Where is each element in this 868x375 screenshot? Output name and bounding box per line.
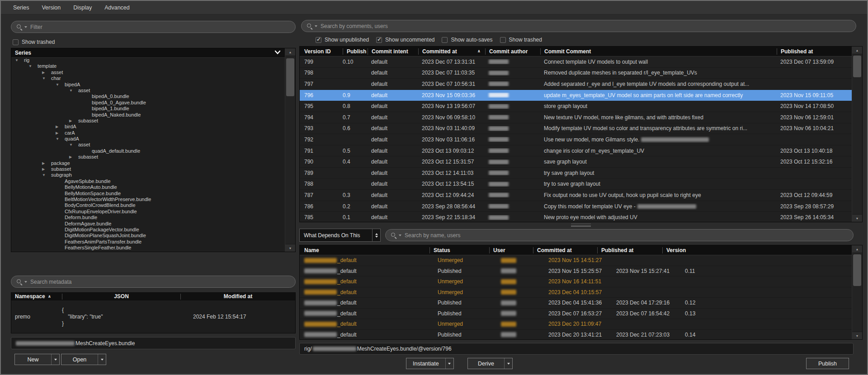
spinner-arrows-icon[interactable] [372,229,380,241]
tree-row[interactable]: AgaveSplube.bundle [11,178,285,184]
open-button[interactable]: Open [61,354,106,365]
new-dropdown-caret-icon[interactable] [51,354,59,365]
filter-checkbox-show-auto-saves[interactable]: Show auto-saves [442,37,492,43]
scroll-up-icon[interactable]: ▲ [285,48,295,56]
version-row[interactable]: 798default2023 Dec 07 11:03:35Removed du… [300,68,852,79]
depends-row[interactable]: _defaultUnmerged2023 Nov 16 14:11:51 [300,277,852,287]
column-header-committed-at[interactable]: Committed at∧ [418,48,485,55]
column-header-published-at[interactable]: Published at [597,247,662,253]
version-row[interactable]: 7860.2default2023 Sep 28 08:56:44Copy th… [300,201,852,212]
column-header-version[interactable]: Version [662,247,852,253]
tree-row[interactable]: bipedA_0.bundle [11,94,285,99]
tree-row[interactable]: ▼char [11,75,285,81]
scrollbar-thumb[interactable] [286,58,294,96]
depends-mode-select[interactable]: What Depends On This [299,229,381,242]
tree-row[interactable]: bipedA_1.bundle [11,106,285,112]
derive-button[interactable]: Derive [467,358,513,369]
tree-row[interactable]: FloatCrankRotation.bundle [11,251,285,252]
tree-expanded-icon[interactable]: ▼ [15,57,19,63]
version-row[interactable]: 7950.8default2023 Nov 13 19:56:07store g… [300,101,852,112]
filter-checkbox-show-uncommented[interactable]: Show uncommented [376,37,434,43]
tree-row[interactable]: ▼subgraph [11,172,285,178]
tree-row[interactable]: ▼asset [11,88,285,94]
splitter-handle[interactable] [571,224,591,225]
depends-row[interactable]: _defaultUnmerged2023 Dec 04 10:15:57 [300,287,852,298]
tree-row[interactable]: ▼bipedA [11,82,285,88]
scrollbar-thumb[interactable] [853,254,861,286]
depends-row[interactable]: _defaultUnmerged2023 Nov 15 14:51:27 [300,255,852,266]
version-row[interactable]: 7990.10default2023 Dec 07 13:31:31Connec… [300,56,852,68]
tree-expanded-icon[interactable]: ▼ [69,88,73,94]
column-header-namespace[interactable]: Namespace ∧ [11,294,62,300]
tree-row[interactable]: ▶birdA [11,124,285,130]
tree-row[interactable]: ▶subasset [11,118,285,124]
tree-collapsed-icon[interactable]: ▶ [56,124,58,130]
scroll-down-icon[interactable]: ▼ [852,332,862,339]
tree-row[interactable]: ▼template [11,63,285,69]
column-header-commit-author[interactable]: Commit author [485,48,540,55]
tree-row[interactable]: ▶subasset [11,154,285,160]
tree-row[interactable]: bipedA_Naked.bundle [11,112,285,118]
scrollbar-thumb[interactable] [853,56,861,77]
column-header-committed-at[interactable]: Committed at [533,247,597,253]
tree-row[interactable]: ▶carA [11,130,285,136]
depends-row[interactable]: _defaultPublished2023 Dec 07 16:53:27202… [300,309,852,319]
depends-row[interactable]: _defaultUnmerged2023 Dec 20 11:09:47 [300,319,852,330]
show-trashed-checkbox-left[interactable]: Show trashed [13,39,55,45]
version-row[interactable]: 7910.5default2023 Oct 13 09:03:12change … [300,145,852,157]
depends-row[interactable]: _defaultPublished2023 Nov 15 15:25:57202… [300,266,852,277]
depends-table-scrollbar[interactable]: ▲ ▼ [852,245,862,339]
tree-row[interactable]: Deform.bundle [11,215,285,220]
tree-expanded-icon[interactable]: ▼ [56,82,59,88]
column-header-version-id[interactable]: Version ID [300,48,343,55]
checkbox-icon[interactable] [316,37,321,43]
tree-row[interactable]: ▶package [11,160,285,166]
depends-row[interactable]: _defaultPublished2023 Dec 04 15:41:36202… [300,298,852,309]
tree-collapsed-icon[interactable]: ▶ [42,70,45,75]
tree-row[interactable]: DeformAgave.bundle [11,221,285,227]
column-header-publish[interactable]: Publish [343,48,368,55]
tree-row[interactable]: DigitMotionPlaneSquashJoint.bundle [11,233,285,239]
checkbox-icon[interactable] [13,39,19,45]
filter-checkbox-show-trashed[interactable]: Show trashed [500,37,542,43]
scroll-up-icon[interactable]: ▲ [852,245,862,253]
checkbox-icon[interactable] [500,37,506,43]
version-row[interactable]: 7870.3default2023 Oct 12 09:44:24Fix out… [300,190,852,201]
tree-collapsed-icon[interactable]: ▶ [56,130,58,136]
tree-expanded-icon[interactable]: ▼ [28,63,32,69]
scroll-down-icon[interactable]: ▼ [285,244,295,252]
search-metadata-input[interactable]: Search metadata [11,276,296,288]
column-header-user[interactable]: User [489,247,533,253]
scroll-down-icon[interactable]: ▼ [852,214,862,222]
tree-row[interactable]: BellyMotionSpace.bundle [11,191,285,197]
search-comments-input[interactable]: Search by comments, users [301,20,856,32]
version-row[interactable]: 792default2023 Nov 03 11:06:16Use new uv… [300,134,852,145]
tree-row[interactable]: ▶subasset [11,166,285,172]
column-header-status[interactable]: Status [429,247,489,253]
tree-row[interactable]: BeltMotionVectorWidthPreserve.bundle [11,197,285,202]
tree-collapsed-icon[interactable]: ▶ [69,154,72,160]
new-button[interactable]: New [14,354,60,365]
filter-checkbox-show-unpublished[interactable]: Show unpublished [316,37,369,43]
tree-row[interactable]: ▼asset [11,142,285,148]
scroll-up-icon[interactable]: ▲ [852,47,862,54]
open-dropdown-caret-icon[interactable] [98,354,106,365]
tree-expanded-icon[interactable]: ▼ [42,75,46,81]
tree-row[interactable]: quadA_default.bundle [11,148,285,154]
tree-row[interactable]: DigitMotionPackageVector.bundle [11,227,285,233]
tree-row[interactable]: BellyMotionAuto.bundle [11,184,285,190]
tree-expanded-icon[interactable]: ▼ [69,142,73,148]
column-header-commit-comment[interactable]: Commit Comment [540,48,777,55]
search-depends-input[interactable]: Search by name, users [385,229,854,241]
tree-row[interactable]: ▶asset [11,70,285,75]
instantiate-dropdown-caret-icon[interactable] [445,358,453,369]
tree-collapsed-icon[interactable]: ▶ [42,166,45,172]
version-row[interactable]: 7900.4default2023 Oct 12 15:31:57save gr… [300,156,852,168]
filter-input[interactable]: Filter [11,21,296,33]
metadata-row[interactable]: premo { "library": "true" } 2024 Feb 12 … [11,300,295,333]
column-header-name[interactable]: Name [300,247,429,253]
tree-row[interactable]: CfxRunupEnvelopeDriver.bundle [11,209,285,215]
version-row[interactable]: 7850.1default2023 Sep 22 15:18:34New pro… [300,212,852,222]
version-table-scrollbar[interactable]: ▲ ▼ [852,47,862,222]
tree-row[interactable]: FeathersSingleFeather.bundle [11,245,285,251]
